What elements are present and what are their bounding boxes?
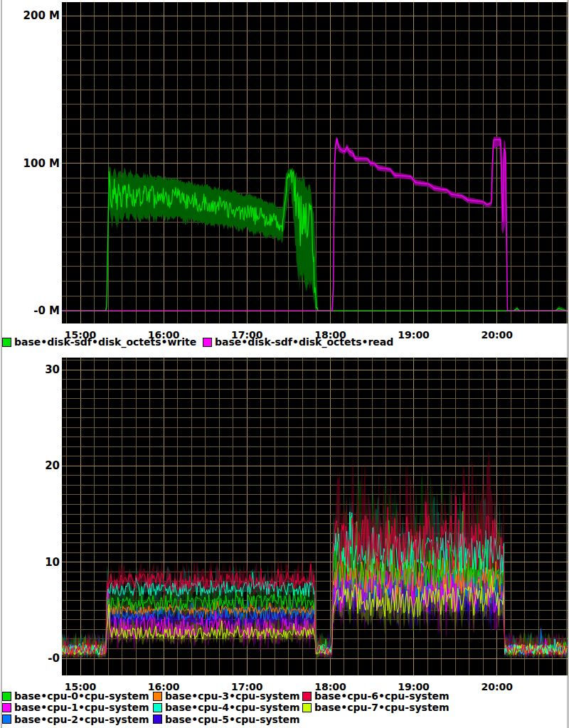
x-tick-label: 17:00 (225, 329, 268, 341)
x-tick-label: 18:00 (309, 681, 351, 692)
y-tick-label: 30 (0, 363, 60, 376)
legend-swatch-cpu-7 (302, 703, 312, 712)
disk-octets-chart-canvas (62, 2, 568, 323)
y-tick-label: -0 M (0, 304, 60, 317)
legend-swatch-cpu-0 (2, 692, 11, 701)
x-tick-label: 15:00 (59, 329, 102, 341)
graph-page: base•disk-sdf•disk_octets•writebase•disk… (0, 0, 569, 728)
legend-swatch-write (2, 338, 11, 347)
x-tick-label: 16:00 (142, 681, 185, 692)
legend-item: base•cpu-2•cpu-system (1, 714, 152, 725)
chart-plot-area (62, 358, 568, 675)
x-tick-label: 15:00 (59, 681, 102, 692)
y-tick-label: 20 (0, 459, 60, 472)
x-tick-label: 20:00 (476, 329, 519, 341)
x-tick-label: 19:00 (393, 681, 435, 692)
legend-swatch-cpu-3 (153, 692, 162, 701)
x-tick-label: 20:00 (476, 681, 519, 692)
x-tick-label: 18:00 (309, 329, 351, 341)
cpu-chart-legend: base•cpu-0•cpu-systembase•cpu-1•cpu-syst… (1, 690, 450, 725)
legend-item: base•cpu-5•cpu-system (152, 714, 302, 725)
legend-label: base•cpu-1•cpu-system (14, 702, 149, 713)
legend-label: base•cpu-7•cpu-system (314, 702, 450, 713)
legend-swatch-cpu-6 (302, 692, 312, 701)
y-tick-label: -0 (0, 652, 60, 665)
legend-swatch-cpu-5 (153, 714, 162, 724)
x-tick-label: 17:00 (225, 681, 268, 692)
chart-plot-area (62, 2, 568, 323)
legend-swatch-cpu-4 (153, 703, 162, 712)
legend-label: base•cpu-4•cpu-system (165, 702, 300, 713)
legend-label: base•cpu-2•cpu-system (14, 714, 149, 725)
x-tick-label: 16:00 (142, 329, 185, 341)
y-tick-label: 100 M (0, 157, 60, 170)
legend-label: base•cpu-5•cpu-system (165, 714, 300, 725)
legend-swatch-cpu-2 (2, 714, 11, 724)
y-tick-label: 10 (0, 556, 60, 569)
legend-swatch-read (203, 338, 212, 347)
x-tick-label: 19:00 (393, 329, 435, 341)
legend-item: base•cpu-7•cpu-system (302, 702, 450, 713)
legend-swatch-cpu-1 (2, 703, 11, 712)
legend-item: base•cpu-4•cpu-system (152, 702, 302, 713)
cpu-system-chart-canvas (62, 358, 568, 675)
legend-item: base•cpu-1•cpu-system (1, 702, 152, 713)
y-tick-label: 200 M (0, 9, 60, 22)
